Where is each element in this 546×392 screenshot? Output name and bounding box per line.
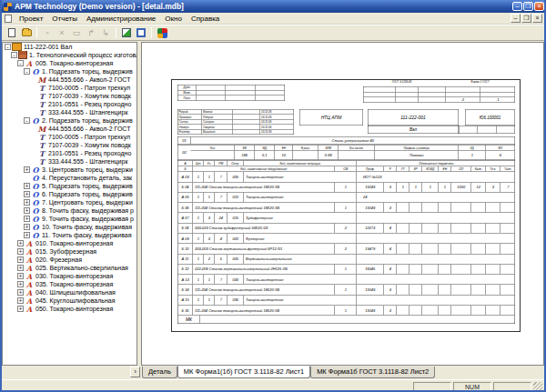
menu-item-0[interactable]: Проект [15, 15, 47, 23]
expand-icon[interactable]: + [17, 273, 24, 279]
document-view[interactable]: ГОСТ 3.1118-82 Форма 1 ГОСТ Дубл.Взам.По… [141, 42, 544, 366]
tree-item[interactable]: M444.555.666 - Аквол-2 ГОСТ [3, 75, 136, 84]
tree-item[interactable]: +O10. Точить фаску, выдерживая [3, 223, 136, 231]
close-button[interactable]: × [534, 2, 544, 11]
expand-icon[interactable]: + [17, 240, 24, 246]
tree-item[interactable]: +A045. Круглошлифовальная [3, 297, 136, 305]
expand-icon[interactable]: + [24, 207, 30, 214]
preview-icon [136, 28, 146, 37]
expand-icon[interactable]: + [24, 216, 30, 222]
tree-item[interactable]: T7107-0039 - Хомутик поводк [3, 92, 136, 100]
collapse-icon[interactable]: - [24, 68, 30, 75]
op-cell: 24 [357, 193, 515, 203]
tree-item[interactable]: +O3. Центровать торец, выдержи [3, 166, 136, 174]
tree-item[interactable]: +A030. Токарно-винторезная [3, 272, 136, 280]
tree-item[interactable]: O4. Переустановить деталь, зак [3, 174, 136, 182]
op-cell: 3 [384, 285, 397, 295]
maximize-button[interactable]: ❐ [523, 2, 533, 11]
edit-document-button[interactable] [119, 26, 134, 40]
tree-item[interactable]: T7100-0005 - Патрон трехкул [3, 133, 136, 141]
collapse-icon[interactable]: - [24, 117, 30, 124]
new-document-button[interactable] [5, 26, 19, 40]
tree-item[interactable]: T2101-0551 - Резец проходно [3, 100, 136, 108]
tree-item[interactable]: +O7. Центровать торец, выдержи [3, 198, 136, 206]
mdi-minimize-button[interactable]: – [511, 14, 521, 23]
op-cell: А 09 [178, 234, 193, 244]
menu-item-3[interactable]: Окно [160, 15, 187, 23]
expand-icon[interactable]: + [24, 224, 30, 230]
tree-item[interactable]: -111-222-001 Вал [3, 43, 136, 51]
mdi-close-button[interactable]: × [532, 14, 542, 23]
expand-icon[interactable]: + [24, 191, 30, 197]
sheet-tab-2[interactable]: МК Форма1(1б) ГОСТ 3.1118-82 Лист1 [177, 366, 310, 378]
tree-item[interactable]: +O11. Точить фаску, выдерживая [3, 231, 136, 239]
mdi-restore-button[interactable]: ❐ [521, 14, 531, 23]
status-message-area [4, 382, 411, 391]
tree-item[interactable]: -O2. Подрезать торец, выдержив [3, 116, 136, 125]
tree-item[interactable]: T333.444.555 - Штангенцирк [3, 157, 136, 166]
op-cell: 010 [228, 193, 244, 203]
sheet-tab-3[interactable]: МК Форма1б ГОСТ 3.1118-82 Лист2 [310, 367, 435, 378]
tree-item[interactable]: -1. Технологический процесс изготовле [3, 51, 136, 59]
tree-item[interactable]: +A040. Шлицешлифовальная [3, 288, 136, 297]
expand-icon[interactable]: + [17, 256, 24, 263]
tree-item-label: 111-222-001 Вал [24, 44, 72, 50]
tree-item[interactable]: T7100-0005 - Патрон трехкул [3, 84, 136, 92]
expand-icon[interactable]: + [17, 248, 24, 255]
tree-item[interactable]: +O8. Точить фаску, выдерживая р [3, 206, 136, 215]
tree-item[interactable]: -O1. Подрезать торец, выдержив [3, 67, 136, 75]
tab-scroll-right-icon[interactable]: › [130, 367, 140, 377]
tree-item[interactable]: M444.555.666 - Аквол-2 ГОСТ [3, 125, 136, 133]
process-tree[interactable]: -111-222-001 Вал-1. Технологический проц… [2, 42, 137, 366]
operation-icon: A [25, 281, 34, 288]
tree-item[interactable]: +A025. Вертикально-сверлильная [3, 264, 136, 272]
expand-icon[interactable]: + [17, 289, 24, 296]
op-cell: 19149 [357, 203, 384, 213]
expand-icon[interactable]: + [17, 297, 24, 304]
tree-item[interactable]: +A020. Фрезерная [3, 256, 136, 264]
tree-item[interactable]: -A005. Токарно-винторезная [3, 59, 136, 67]
operation-row: Б 16111-004 Станок токарно-винторезный 1… [178, 305, 515, 315]
tree-item[interactable]: +A015. Зубофрезерная [3, 247, 136, 256]
collapse-icon[interactable]: - [17, 60, 24, 66]
expand-icon[interactable]: + [24, 166, 30, 173]
tree-item[interactable]: +A035. Токарно-винторезная [3, 280, 136, 288]
open-button[interactable] [19, 26, 34, 40]
expand-icon[interactable]: + [17, 306, 24, 312]
op-cell [451, 223, 471, 233]
step-icon: O [31, 199, 40, 206]
menu-item-2[interactable]: Администрирование [82, 15, 160, 23]
form-number-label: Форма 1 ГОСТ [445, 80, 515, 83]
op-cell: А 05 [178, 193, 193, 203]
preview-button[interactable] [134, 26, 148, 40]
tree-spacer [30, 150, 36, 156]
tree-item[interactable]: +A010. Токарно-винторезная [3, 239, 136, 247]
about-button[interactable] [155, 26, 169, 40]
tree-item[interactable]: +O5. Подрезать торец, выдержив [3, 182, 136, 190]
document-icon[interactable] [5, 15, 12, 23]
tree-item[interactable]: +O9. Точить фаску, выдерживая р [3, 215, 136, 223]
expand-icon[interactable]: + [17, 265, 24, 271]
sign-signature [233, 130, 260, 135]
op-cell: 1 [193, 234, 204, 244]
minimize-button[interactable]: – [512, 2, 522, 11]
expand-icon[interactable]: + [24, 232, 30, 238]
expand-icon[interactable]: + [24, 199, 30, 206]
menu-item-4[interactable]: Справка [187, 15, 224, 23]
expand-icon[interactable]: + [17, 281, 24, 287]
tree-item[interactable]: T7107-0039 - Хомутик поводк [3, 141, 136, 149]
menu-item-1[interactable]: Отчеты [47, 15, 82, 23]
tree-item[interactable]: +A050. Токарно-винторезная [3, 305, 136, 313]
tree-item[interactable]: T2101-0551 - Резец проходно [3, 149, 136, 157]
expand-icon[interactable]: + [24, 183, 30, 189]
tree-item[interactable]: +O6. Подрезать торец, выдержив [3, 190, 136, 198]
tree-item[interactable]: T333.444.555 - Штангенцирк [3, 108, 136, 116]
material-name: Сталь углеродистая 40 [191, 137, 515, 145]
resize-grip[interactable] [533, 382, 542, 391]
operation-row: А 05117010Токарно-винторезная24 [178, 192, 515, 202]
about-icon [157, 28, 167, 38]
collapse-icon[interactable]: - [11, 52, 17, 58]
collapse-icon[interactable]: - [5, 44, 11, 50]
sheet-tab-1[interactable]: Деталь [142, 367, 177, 378]
op-cell: А 15 [178, 295, 193, 305]
